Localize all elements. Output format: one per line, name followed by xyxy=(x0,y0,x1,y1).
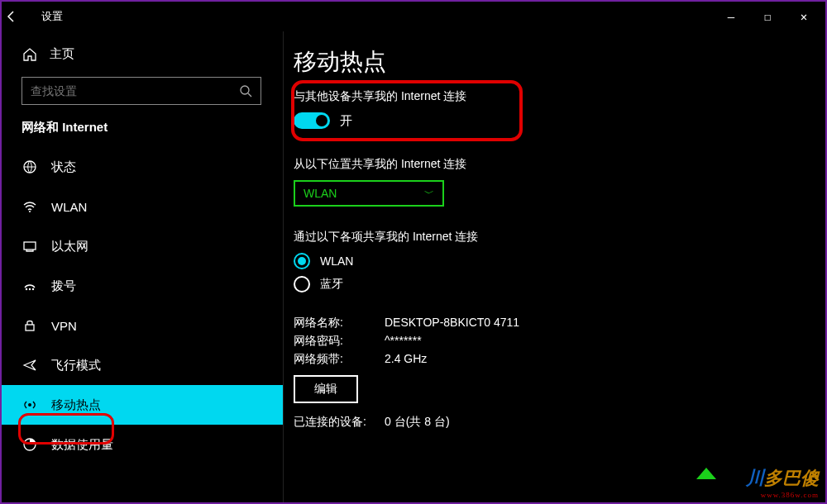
radio-label: WLAN xyxy=(320,254,353,268)
nav-status[interactable]: 状态 xyxy=(2,147,283,187)
svg-point-8 xyxy=(28,403,31,407)
share-label: 与其他设备共享我的 Internet 连接 xyxy=(294,89,820,104)
chevron-down-icon: ﹀ xyxy=(424,187,434,201)
airplane-icon xyxy=(22,358,38,373)
hotspot-icon xyxy=(22,397,38,412)
net-pwd-value: ^******* xyxy=(385,334,422,349)
section-label: 网络和 Internet xyxy=(2,115,283,147)
search-icon xyxy=(239,84,252,97)
window-title: 设置 xyxy=(38,9,63,24)
watermark: 川多巴傻 www.386w.com xyxy=(746,466,819,499)
net-pwd-label: 网络密码: xyxy=(294,334,385,349)
radio-icon xyxy=(294,276,310,292)
edit-label: 编辑 xyxy=(314,382,337,397)
radio-label: 蓝牙 xyxy=(320,277,343,292)
scroll-hint-icon xyxy=(696,468,716,479)
back-button[interactable] xyxy=(5,10,38,23)
svg-point-5 xyxy=(29,288,31,290)
data-usage-icon xyxy=(22,437,38,452)
radio-bluetooth[interactable]: 蓝牙 xyxy=(294,276,820,292)
wifi-icon xyxy=(22,199,38,214)
radio-wlan[interactable]: WLAN xyxy=(294,253,820,269)
nav-wlan[interactable]: WLAN xyxy=(2,187,283,226)
edit-button[interactable]: 编辑 xyxy=(294,375,358,403)
home-link[interactable]: 主页 xyxy=(2,38,283,70)
svg-point-0 xyxy=(241,86,249,94)
nav-label: WLAN xyxy=(51,200,87,214)
net-name-value: DESKTOP-8BKICT0 4711 xyxy=(385,316,519,330)
nav-label: 数据使用量 xyxy=(51,437,113,453)
search-field[interactable] xyxy=(31,84,239,97)
radio-icon xyxy=(294,253,310,269)
connected-label: 已连接的设备: xyxy=(294,415,385,430)
net-band-label: 网络频带: xyxy=(294,352,385,367)
search-input[interactable] xyxy=(22,77,261,105)
svg-point-4 xyxy=(26,288,27,290)
net-name-label: 网络名称: xyxy=(294,316,385,330)
from-label: 从以下位置共享我的 Internet 连接 xyxy=(294,157,820,172)
nav-dialup[interactable]: 拨号 xyxy=(2,266,283,306)
net-band-value: 2.4 GHz xyxy=(385,352,427,367)
nav-ethernet[interactable]: 以太网 xyxy=(2,226,283,266)
nav-vpn[interactable]: VPN xyxy=(2,306,283,345)
from-dropdown[interactable]: WLAN ﹀ xyxy=(294,180,444,207)
vpn-icon xyxy=(22,318,38,333)
nav-label: VPN xyxy=(51,319,77,333)
toggle-state: 开 xyxy=(340,113,352,129)
dialup-icon xyxy=(22,278,38,293)
close-button[interactable]: ✕ xyxy=(786,4,822,29)
nav-label: 状态 xyxy=(51,159,76,175)
svg-rect-7 xyxy=(26,325,34,330)
svg-rect-3 xyxy=(24,242,36,250)
svg-point-6 xyxy=(32,288,34,290)
connected-value: 0 台(共 8 台) xyxy=(385,415,450,430)
status-icon xyxy=(22,159,38,174)
nav-label: 飞行模式 xyxy=(51,358,101,373)
home-label: 主页 xyxy=(50,46,74,62)
svg-point-2 xyxy=(29,211,31,212)
nav-data-usage[interactable]: 数据使用量 xyxy=(2,425,283,464)
via-label: 通过以下各项共享我的 Internet 连接 xyxy=(294,230,820,245)
nav-label: 拨号 xyxy=(51,278,76,294)
share-toggle[interactable] xyxy=(294,112,330,129)
nav-airplane[interactable]: 飞行模式 xyxy=(2,345,283,385)
minimize-button[interactable]: — xyxy=(713,4,749,29)
sidebar: 主页 网络和 Internet 状态 WLAN 以太网 拨号 xyxy=(2,31,284,504)
maximize-button[interactable]: ☐ xyxy=(749,4,786,29)
page-title: 移动热点 xyxy=(289,46,825,89)
ethernet-icon xyxy=(22,239,38,254)
titlebar: 设置 — ☐ ✕ xyxy=(2,2,825,31)
nav-hotspot[interactable]: 移动热点 xyxy=(2,385,283,425)
content: 移动热点 与其他设备共享我的 Internet 连接 开 从以下位置共享我的 I… xyxy=(284,31,825,504)
dropdown-value: WLAN xyxy=(304,187,337,200)
home-icon xyxy=(22,47,38,62)
nav-label: 移动热点 xyxy=(51,397,101,413)
nav-label: 以太网 xyxy=(51,239,88,254)
